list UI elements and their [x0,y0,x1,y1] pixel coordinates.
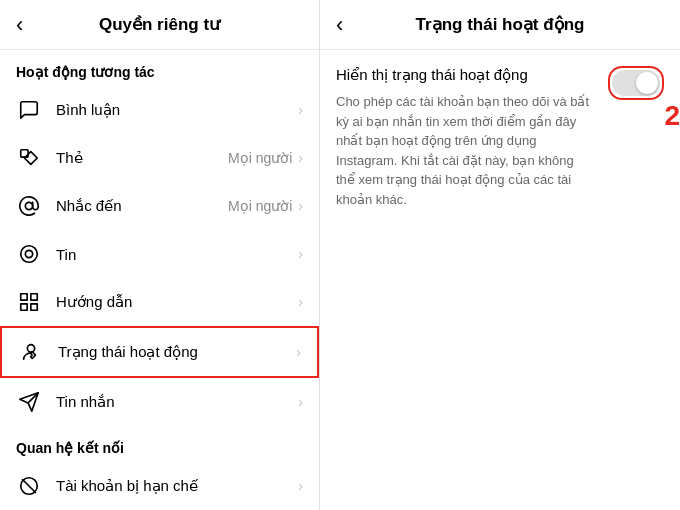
svg-point-2 [25,250,32,257]
chevron-icon: › [298,150,303,166]
mention-icon [16,193,42,219]
message-icon [16,389,42,415]
nhac-den-label: Nhắc đến [56,197,228,215]
sidebar-item-han-che[interactable]: Tài khoản bị hạn chế › [0,462,319,510]
tin-nhan-label: Tin nhắn [56,393,298,411]
setting-title: Hiển thị trạng thái hoạt động [336,66,596,84]
right-header: ‹ Trạng thái hoạt động [320,0,680,50]
sidebar-item-nhac-den[interactable]: Nhắc đến Mọi người › [0,182,319,230]
restrict-icon [16,473,42,499]
nhac-den-value: Mọi người [228,198,292,214]
activity-status-setting: Hiển thị trạng thái hoạt động Cho phép c… [320,50,680,225]
trang-thai-label: Trạng thái hoạt động [58,343,296,361]
toggle-section: 2 [608,66,664,100]
sidebar-item-trang-thai-hoat-dong[interactable]: Trạng thái hoạt động › 1 [0,326,319,378]
sidebar-item-binh-luan[interactable]: Bình luận › [0,86,319,134]
toggle-knob [636,72,658,94]
right-panel: ‹ Trạng thái hoạt động Hiển thị trạng th… [320,0,680,510]
chevron-icon: › [298,478,303,494]
right-back-button[interactable]: ‹ [336,12,343,38]
svg-point-3 [21,246,38,263]
setting-desc: Cho phép các tài khoản bạn theo dõi và b… [336,92,596,209]
svg-point-1 [25,202,32,209]
tin-label: Tin [56,246,298,263]
chevron-icon: › [296,344,301,360]
chevron-icon: › [298,102,303,118]
activity-status-toggle[interactable] [612,70,660,96]
sidebar-item-tin-nhan[interactable]: Tin nhắn › [0,378,319,426]
han-che-label: Tài khoản bị hạn chế [56,477,298,495]
svg-rect-5 [31,294,37,300]
section1-header: Hoạt động tương tác [0,50,319,86]
svg-rect-7 [31,304,37,310]
left-panel: ‹ Quyền riêng tư Hoạt động tương tác Bìn… [0,0,320,510]
the-value: Mọi người [228,150,292,166]
binh-luan-label: Bình luận [56,101,298,119]
story-icon [16,241,42,267]
badge-2: 2 [664,102,680,130]
chevron-icon: › [298,246,303,262]
sidebar-item-the[interactable]: Thẻ Mọi người › [0,134,319,182]
chevron-icon: › [298,294,303,310]
sidebar-item-tin[interactable]: Tin › [0,230,319,278]
svg-rect-4 [21,294,27,300]
tag-icon [16,145,42,171]
svg-point-8 [27,345,34,352]
setting-text: Hiển thị trạng thái hoạt động Cho phép c… [336,66,596,209]
left-header: ‹ Quyền riêng tư [0,0,319,50]
left-back-button[interactable]: ‹ [16,12,23,38]
activity-icon [18,339,44,365]
svg-rect-6 [21,304,27,310]
huong-dan-label: Hướng dẫn [56,293,298,311]
svg-line-12 [23,480,36,493]
left-panel-title: Quyền riêng tư [99,14,220,35]
chevron-icon: › [298,394,303,410]
the-label: Thẻ [56,149,228,167]
comment-icon [16,97,42,123]
sidebar-item-huong-dan[interactable]: Hướng dẫn › [0,278,319,326]
guide-icon [16,289,42,315]
toggle-wrapper [608,66,664,100]
section2-header: Quan hệ kết nối [0,426,319,462]
chevron-icon: › [298,198,303,214]
right-panel-title: Trạng thái hoạt động [416,14,585,35]
